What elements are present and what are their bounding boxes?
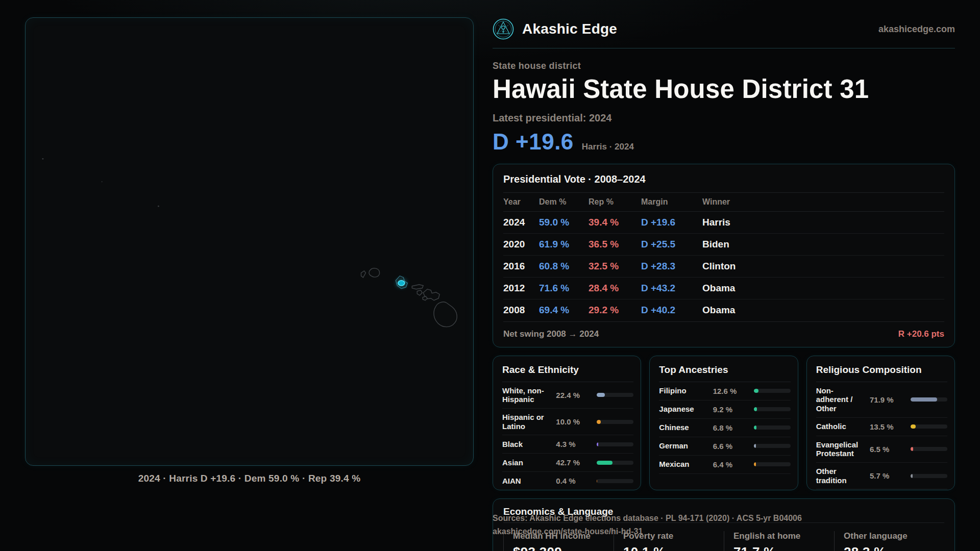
cell-year: 2012 (503, 283, 539, 294)
vote-panel-title: Presidential Vote · 2008–2024 (503, 173, 944, 192)
demographics-row: Race & Ethnicity White, non-Hispanic 22.… (493, 356, 955, 490)
cell-margin: D +25.5 (641, 239, 702, 250)
stat-label: White, non-Hispanic (502, 386, 552, 404)
stat-bar-fill (597, 420, 600, 424)
stat-row: German 6.6 % (659, 437, 790, 456)
stat-label: Asian (502, 458, 552, 467)
cell-year: 2024 (503, 217, 539, 228)
data-column: Akashic Edge akashicedge.com State house… (493, 17, 955, 551)
stat-label: German (659, 441, 708, 450)
stat-bar (597, 393, 633, 397)
map-caption: 2024 · Harris D +19.6 · Dem 59.0 % · Rep… (25, 473, 474, 484)
stat-value: 42.7 % (556, 458, 593, 467)
stat-label: Catholic (816, 422, 866, 431)
cell-margin: D +40.2 (641, 305, 702, 316)
col-year: Year (503, 197, 539, 207)
cell-rep-pct: 29.2 % (589, 305, 641, 316)
akashic-edge-logo-icon (493, 18, 514, 40)
stat-row: LDS 3.2 % (816, 489, 947, 490)
stat-bar-fill (597, 461, 612, 465)
net-swing-label: Net swing 2008 → 2024 (503, 329, 599, 339)
cell-year: 2008 (503, 305, 539, 316)
stat-row: Black 4.3 % (502, 435, 633, 454)
stat-bar (911, 397, 947, 402)
stat-row: Evangelical Protestant 6.5 % (816, 436, 947, 463)
district-map-panel[interactable] (25, 17, 474, 466)
race-rows: White, non-Hispanic 22.4 % Hispanic or L… (502, 382, 633, 490)
col-margin: Margin (641, 197, 702, 207)
headline-margin-value: D +19.6 (493, 129, 574, 155)
presidential-vote-panel: Presidential Vote · 2008–2024 Year Dem %… (493, 164, 955, 347)
district-31-highlight[interactable] (398, 281, 405, 286)
vote-table-row: 2008 69.4 % 29.2 % D +40.2 Obama (503, 299, 944, 321)
econ-stat-value: 10.1 % (623, 544, 724, 551)
permalink-line[interactable]: akashicedge.com/state-house/hi-hd-31 (493, 525, 802, 538)
stat-label: Filipino (659, 386, 708, 395)
stat-bar (911, 447, 947, 451)
stat-bar (754, 425, 791, 430)
ancestry-rows: Filipino 12.6 % Japanese 9.2 % Chinese 6… (659, 382, 790, 474)
stat-row: Japanese 9.2 % (659, 400, 790, 419)
ancestry-panel-title: Top Ancestries (659, 364, 790, 382)
col-dem: Dem % (539, 197, 589, 207)
stat-bar-fill (754, 462, 756, 466)
cell-rep-pct: 39.4 % (589, 217, 641, 228)
brand-name: Akashic Edge (522, 21, 617, 37)
cell-dem-pct: 59.0 % (539, 217, 589, 228)
vote-table-row: 2020 61.9 % 36.5 % D +25.5 Biden (503, 234, 944, 256)
stat-row: Hispanic or Latino 10.0 % (502, 409, 633, 435)
stat-bar-fill (754, 444, 756, 448)
brand-domain-link[interactable]: akashicedge.com (878, 24, 955, 35)
stat-bar (754, 389, 791, 393)
stat-value: 22.4 % (556, 391, 593, 399)
stat-value: 10.0 % (556, 417, 593, 426)
stat-bar-fill (754, 389, 758, 393)
cell-winner: Obama (702, 283, 944, 294)
nw-islet-speck (102, 181, 103, 182)
econ-stat-value: $93,309 (513, 544, 614, 551)
nw-islet-speck (42, 158, 44, 160)
religious-composition-panel: Religious Composition Non-adherent / Oth… (806, 356, 955, 490)
map-column: 2024 · Harris D +19.6 · Dem 59.0 % · Rep… (25, 17, 474, 551)
religion-panel-title: Religious Composition (816, 364, 947, 382)
island-hawaii (434, 302, 457, 327)
cell-winner: Obama (702, 305, 944, 316)
vote-table-row: 2024 59.0 % 39.4 % D +19.6 Harris (503, 212, 944, 234)
source-footer: Sources: Akashic Edge elections database… (493, 512, 802, 538)
stat-bar (911, 424, 947, 429)
cell-margin: D +43.2 (641, 283, 702, 294)
stat-bar-fill (911, 474, 913, 478)
page-title: Hawaii State House District 31 (493, 76, 955, 103)
stat-bar (754, 407, 791, 411)
headline-margin-row: D +19.6 Harris · 2024 (493, 129, 955, 155)
stat-label: Non-adherent / Other (816, 386, 866, 413)
stat-bar-fill (911, 447, 913, 451)
stat-value: 6.4 % (713, 460, 750, 469)
stat-bar-fill (754, 407, 757, 411)
stat-row: Filipino 12.6 % (659, 382, 790, 400)
stat-row: Other tradition 5.7 % (816, 463, 947, 489)
stat-bar (597, 479, 633, 483)
hawaii-map (26, 18, 473, 465)
stat-row: Asian 42.7 % (502, 454, 633, 472)
cell-year: 2016 (503, 261, 539, 272)
nw-islet-speck (158, 206, 159, 207)
cell-rep-pct: 32.5 % (589, 261, 641, 272)
stat-value: 6.8 % (713, 423, 750, 432)
stat-label: Chinese (659, 423, 708, 432)
econ-stat-value: 71.7 % (733, 544, 834, 551)
stat-label: Mexican (659, 460, 708, 469)
stat-bar-fill (754, 425, 756, 430)
sources-line: Sources: Akashic Edge elections database… (493, 512, 802, 525)
cell-dem-pct: 71.6 % (539, 283, 589, 294)
cell-margin: D +19.6 (641, 217, 702, 228)
cell-winner: Harris (702, 217, 944, 228)
stat-label: Other tradition (816, 467, 866, 485)
stat-bar (754, 444, 791, 448)
stat-value: 12.6 % (713, 387, 750, 395)
stat-value: 6.6 % (713, 442, 750, 450)
stat-bar-fill (597, 393, 605, 397)
vote-table-row: 2012 71.6 % 28.4 % D +43.2 Obama (503, 278, 944, 299)
stat-bar-fill (911, 397, 937, 402)
stat-row: AIAN 0.4 % (502, 472, 633, 490)
